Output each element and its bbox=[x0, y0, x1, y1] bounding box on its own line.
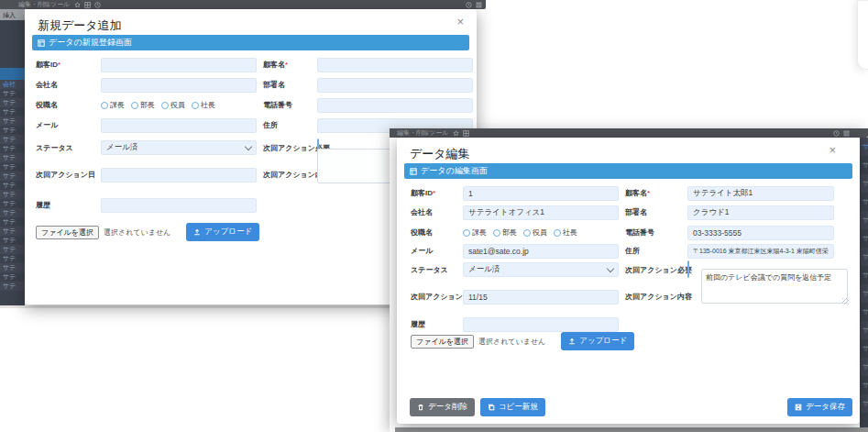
label-next-action-required: 次回アクション必要 bbox=[619, 265, 687, 275]
radio-button[interactable] bbox=[463, 229, 470, 237]
table-row: サテ bbox=[0, 263, 25, 272]
radio-button[interactable] bbox=[101, 102, 108, 109]
history-input[interactable] bbox=[101, 198, 257, 213]
table-row: サ bbox=[860, 394, 868, 413]
tab-fragment: 挿入 bbox=[0, 9, 25, 20]
clock-icon bbox=[466, 2, 472, 8]
label-history: 履歴 bbox=[411, 319, 463, 329]
upload-icon bbox=[568, 338, 576, 345]
radio-label: 社長 bbox=[563, 227, 577, 238]
label-department: 部署名 bbox=[257, 80, 317, 90]
form-icon bbox=[410, 168, 417, 175]
next-action-date-input[interactable] bbox=[463, 290, 619, 305]
form-icon bbox=[38, 39, 45, 47]
save-icon bbox=[843, 130, 850, 137]
next-action-date-input[interactable] bbox=[101, 168, 257, 183]
chevron-down-icon bbox=[607, 264, 614, 271]
save-button-label: データ保存 bbox=[806, 402, 845, 413]
customer-id-input[interactable] bbox=[101, 58, 257, 72]
position-radio-group: 課長部長役員社長 bbox=[463, 227, 619, 238]
table-row: サテ bbox=[0, 126, 25, 135]
label-customer-name: 顧客名* bbox=[619, 188, 687, 198]
file-select-button[interactable]: ファイルを選択 bbox=[411, 335, 474, 349]
position-radio-option: 部長 bbox=[493, 227, 517, 238]
table-row: サテ bbox=[0, 98, 25, 107]
table-row: サテ bbox=[0, 135, 25, 144]
label-address: 住所 bbox=[619, 246, 687, 256]
file-select-button[interactable]: ファイルを選択 bbox=[36, 226, 99, 239]
label-next-action-content: 次回アクション内容 bbox=[257, 170, 317, 180]
table-row: サテ bbox=[0, 153, 25, 162]
table-row: サテ bbox=[0, 116, 25, 126]
table-row: サテ bbox=[0, 272, 25, 282]
company-input[interactable] bbox=[463, 205, 619, 220]
toolbar-title: 編集・削除ツール bbox=[397, 128, 448, 138]
history-input[interactable] bbox=[463, 317, 619, 332]
table-row: サ bbox=[860, 193, 868, 211]
save-data-button[interactable]: データ保存 bbox=[787, 398, 852, 416]
address-input[interactable] bbox=[687, 244, 834, 259]
upload-button[interactable]: アップロード bbox=[186, 223, 259, 241]
customer-name-input[interactable] bbox=[317, 58, 473, 72]
label-company: 会社名 bbox=[411, 207, 463, 217]
resize-handle-icon[interactable] bbox=[842, 298, 849, 305]
radio-button[interactable] bbox=[131, 102, 138, 109]
department-input[interactable] bbox=[317, 78, 473, 93]
radio-button[interactable] bbox=[192, 102, 199, 109]
section-header-label: データの新規登録画面 bbox=[49, 37, 132, 49]
table-row: サ bbox=[860, 339, 868, 358]
table-row: サテ bbox=[0, 199, 25, 208]
table-row: サテ bbox=[0, 245, 25, 254]
email-input[interactable] bbox=[101, 118, 257, 133]
label-department: 部署名 bbox=[619, 207, 687, 217]
upload-button[interactable]: アップロード bbox=[561, 332, 634, 350]
radio-button[interactable] bbox=[523, 229, 531, 237]
department-input[interactable] bbox=[687, 205, 834, 220]
window-edit-data: 編集・削除ツール サササササササササササササササ データ編集 × データの編集画… bbox=[390, 128, 868, 432]
upload-button-label: アップロード bbox=[204, 227, 252, 238]
radio-label: 役員 bbox=[533, 227, 547, 238]
clock-icon bbox=[833, 130, 840, 137]
status-select[interactable]: メール済 bbox=[101, 140, 257, 155]
radio-label: 社長 bbox=[201, 100, 215, 110]
phone-input[interactable] bbox=[317, 98, 473, 113]
table-row: サ bbox=[860, 174, 868, 193]
table-row: サテ bbox=[0, 89, 25, 98]
label-address: 住所 bbox=[257, 120, 317, 130]
status-select[interactable]: メール済 bbox=[463, 262, 619, 277]
table-header-band bbox=[0, 68, 25, 80]
table-row: サテ bbox=[0, 282, 25, 291]
next-action-required-checkbox[interactable] bbox=[687, 260, 689, 278]
radio-button[interactable] bbox=[161, 102, 169, 109]
close-icon[interactable]: × bbox=[456, 16, 464, 28]
table-row: サ bbox=[860, 211, 868, 229]
next-action-content-textarea[interactable]: 前回のテレビ会議での質問を返信予定 bbox=[701, 269, 848, 304]
modal-footer: データ削除 コピー新規 データ保存 bbox=[410, 397, 852, 416]
table-row: サテ bbox=[0, 217, 25, 227]
file-status-text: 選択されていません bbox=[104, 227, 170, 238]
label-position: 役職名 bbox=[411, 227, 463, 238]
radio-button[interactable] bbox=[493, 229, 500, 237]
delete-data-button[interactable]: データ削除 bbox=[410, 398, 475, 416]
close-icon[interactable]: × bbox=[829, 144, 836, 157]
star-icon bbox=[453, 130, 459, 137]
radio-button[interactable] bbox=[554, 229, 561, 237]
radio-label: 部長 bbox=[502, 227, 517, 238]
section-header: データの編集画面 bbox=[404, 163, 852, 179]
table-row: サテ bbox=[0, 254, 25, 263]
table-row: サ bbox=[860, 358, 868, 376]
phone-input[interactable] bbox=[687, 226, 834, 240]
customer-id-input[interactable] bbox=[463, 186, 619, 201]
clock-icon bbox=[94, 2, 101, 8]
copy-new-button[interactable]: コピー新規 bbox=[480, 398, 545, 416]
modal-title: 新規データ追加 bbox=[38, 17, 122, 34]
label-next-action-required: 次回アクション必要 bbox=[257, 143, 317, 153]
company-input[interactable] bbox=[101, 78, 257, 93]
email-input[interactable] bbox=[463, 244, 619, 259]
position-radio-option: 社長 bbox=[554, 227, 577, 238]
customer-name-input[interactable] bbox=[687, 186, 834, 201]
upload-button-label: アップロード bbox=[579, 336, 627, 347]
position-radio-option: 社長 bbox=[192, 100, 215, 110]
position-radio-option: 役員 bbox=[523, 227, 547, 238]
radio-label: 課長 bbox=[110, 100, 125, 110]
